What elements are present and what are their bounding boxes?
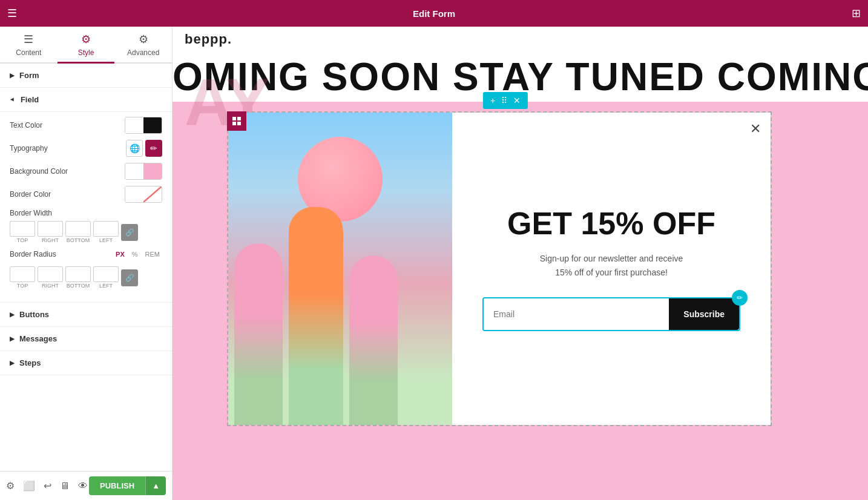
bg-color-row: Background Color [10, 163, 162, 180]
bottom-icons: ⚙ ⬜ ↩ 🖥 👁 [6, 480, 88, 492]
messages-section-header[interactable]: ▶ Messages [0, 327, 172, 351]
steps-section-label: Steps [19, 358, 41, 367]
text-color-label: Text Color [10, 121, 76, 130]
border-width-link-btn[interactable]: 🔗 [121, 224, 138, 241]
bg-color-label: Background Color [10, 167, 76, 176]
settings-icon[interactable]: ⚙ [6, 480, 15, 492]
person-center [289, 207, 343, 425]
border-radius-top-group: TOP [10, 266, 35, 289]
publish-button[interactable]: PUBLISH [89, 476, 145, 495]
popup-container: + ⠿ ✕ [227, 111, 784, 426]
border-width-left-input[interactable] [93, 221, 119, 237]
popup-image-side [228, 113, 452, 425]
buttons-section-header[interactable]: ▶ Buttons [0, 303, 172, 327]
top-bar: ☰ Edit Form ⊞ [0, 0, 868, 27]
border-color-swatch-white[interactable] [125, 186, 143, 202]
subscribe-button[interactable]: Subscribe [669, 298, 739, 330]
messages-arrow-icon: ▶ [10, 335, 15, 342]
grid-icon[interactable]: ⊞ [852, 7, 861, 20]
tab-style[interactable]: ⚙ Style [58, 27, 115, 64]
border-radius-left-group: LEFT [93, 266, 119, 289]
border-width-bottom-input[interactable] [65, 221, 91, 237]
border-radius-right-label: RIGHT [42, 283, 59, 289]
border-width-left-group: LEFT [93, 221, 119, 243]
border-width-top-input[interactable] [10, 221, 35, 237]
border-radius-left-label: LEFT [99, 283, 113, 289]
panel-tabs: ☰ Content ⚙ Style ⚙ Advanced [0, 27, 172, 64]
border-radius-link-btn[interactable]: 🔗 [121, 269, 138, 286]
text-color-swatch-white[interactable] [125, 117, 143, 133]
border-color-controls [76, 186, 162, 203]
text-color-swatch[interactable] [125, 117, 162, 134]
site-logo: beppp. [185, 31, 232, 47]
border-radius-right-input[interactable] [38, 266, 63, 282]
left-panel: ☰ Content ⚙ Style ⚙ Advanced ▶ Form [0, 27, 173, 500]
border-radius-top-label: TOP [17, 283, 28, 289]
person-right [349, 255, 398, 425]
bg-color-swatch-pink[interactable] [143, 163, 162, 179]
page-title: Edit Form [413, 8, 455, 19]
popup-add-btn[interactable]: + [488, 94, 498, 107]
border-radius-row: Border Radius PX % REM TOP [10, 249, 162, 289]
messages-section-label: Messages [19, 334, 57, 343]
bg-color-swatch-white[interactable] [125, 163, 143, 179]
popup-close-toolbar-btn[interactable]: ✕ [511, 94, 523, 107]
tab-content[interactable]: ☰ Content [0, 27, 58, 64]
border-width-top-group: TOP [10, 221, 35, 243]
typography-row: Typography 🌐 ✏ [10, 140, 162, 157]
canvas-logo-bar: beppp. [173, 27, 868, 52]
border-width-bottom-label: BOTTOM [67, 237, 90, 243]
layers-icon[interactable]: ⬜ [23, 480, 35, 492]
desktop-icon[interactable]: 🖥 [60, 481, 70, 492]
popup-move-btn[interactable]: ⠿ [499, 94, 510, 107]
email-form-container: Subscribe ✏ [482, 297, 740, 331]
steps-section-header[interactable]: ▶ Steps [0, 351, 172, 375]
eye-icon[interactable]: 👁 [78, 481, 88, 492]
people-background [228, 113, 452, 425]
form-section-header[interactable]: ▶ Form [0, 64, 172, 88]
border-radius-bottom-input[interactable] [65, 266, 91, 282]
popup-title: GET 15% OFF [507, 206, 715, 241]
border-width-right-input[interactable] [38, 221, 63, 237]
field-section-header[interactable]: ▼ Field [0, 88, 172, 112]
border-color-swatch[interactable] [125, 186, 162, 203]
unit-rem-btn[interactable]: REM [143, 249, 162, 259]
text-color-controls [76, 117, 162, 134]
text-color-swatch-black[interactable] [143, 117, 162, 133]
border-radius-top-input[interactable] [10, 266, 35, 282]
field-section-label: Field [21, 95, 39, 104]
typography-edit-btn[interactable]: ✏ [145, 140, 162, 157]
form-section-label: Form [19, 71, 39, 80]
style-tab-label: Style [78, 48, 94, 57]
dashed-selection: ✕ GET 15% OFF Sign-up for our newsletter… [227, 111, 772, 426]
edit-pencil-icon[interactable]: ✏ [732, 290, 748, 306]
border-radius-header: Border Radius PX % REM [10, 249, 162, 259]
svg-rect-1 [237, 117, 241, 120]
svg-rect-3 [237, 122, 241, 125]
border-width-row: Border Width TOP RIGHT [10, 209, 162, 243]
border-radius-right-group: RIGHT [38, 266, 63, 289]
email-form-inner: Subscribe [484, 298, 739, 330]
content-tab-label: Content [16, 48, 41, 57]
field-section-content: Text Color Typography 🌐 [0, 112, 172, 303]
buttons-section-label: Buttons [19, 310, 49, 319]
history-icon[interactable]: ↩ [44, 480, 51, 492]
hamburger-icon[interactable]: ☰ [7, 7, 17, 20]
style-tab-icon: ⚙ [81, 33, 91, 46]
grid-icon-overlay[interactable] [227, 111, 246, 131]
border-color-swatch-diag[interactable] [143, 186, 162, 202]
popup-close-button[interactable]: ✕ [750, 122, 761, 136]
border-radius-bottom-label: BOTTOM [67, 283, 90, 289]
bg-color-swatch[interactable] [125, 163, 162, 180]
canvas-area: beppp. OMING SOON STAY TUNED COMING SOO … [173, 27, 868, 500]
unit-pct-btn[interactable]: % [130, 249, 140, 259]
unit-px-btn[interactable]: PX [113, 249, 127, 259]
border-radius-left-input[interactable] [93, 266, 119, 282]
border-width-bottom-group: BOTTOM [65, 221, 91, 243]
border-color-label: Border Color [10, 190, 76, 199]
email-input[interactable] [484, 298, 669, 330]
tab-advanced[interactable]: ⚙ Advanced [114, 27, 172, 64]
typography-globe-btn[interactable]: 🌐 [126, 140, 143, 157]
text-color-row: Text Color [10, 117, 162, 134]
publish-arrow-button[interactable]: ▲ [145, 476, 166, 495]
